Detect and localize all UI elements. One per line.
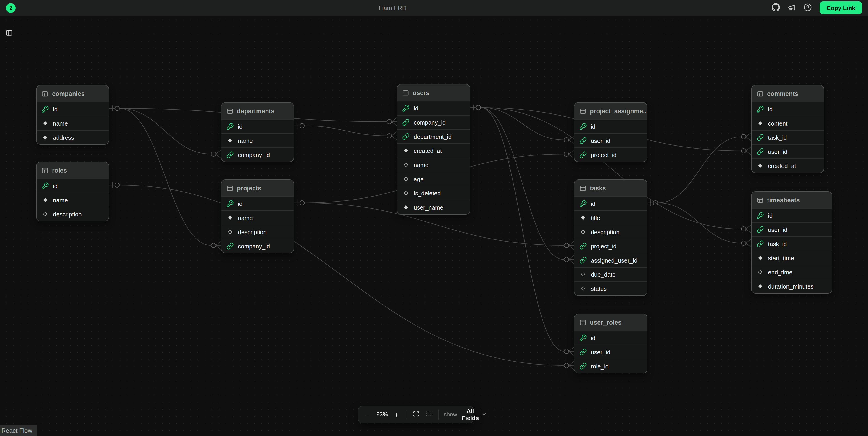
table-header[interactable]: tasks bbox=[575, 180, 647, 196]
column-name: id bbox=[238, 200, 243, 207]
table-header[interactable]: companies bbox=[36, 85, 109, 102]
column-name: company_id bbox=[238, 151, 270, 158]
column-row-end_time[interactable]: end_time bbox=[751, 265, 832, 279]
column-row-id[interactable]: id bbox=[575, 196, 647, 211]
sidebar-toggle-button[interactable] bbox=[4, 28, 14, 39]
column-row-id[interactable]: id bbox=[36, 102, 109, 116]
column-row-description[interactable]: description bbox=[221, 225, 293, 239]
column-row-user_id[interactable]: user_id bbox=[751, 222, 832, 237]
page-title: Liam ERD bbox=[20, 4, 765, 11]
column-row-start_time[interactable]: start_time bbox=[751, 251, 832, 265]
github-button[interactable] bbox=[770, 2, 782, 14]
column-row-id[interactable]: id bbox=[397, 101, 470, 115]
react-flow-attribution[interactable]: React Flow bbox=[0, 426, 37, 436]
toolbar-divider bbox=[406, 409, 406, 419]
table-node-departments[interactable]: departmentsidnamecompany_id bbox=[221, 102, 294, 162]
column-name: age bbox=[414, 176, 424, 182]
zoom-out-button[interactable]: − bbox=[363, 409, 373, 420]
diamond-outline-icon bbox=[41, 211, 49, 218]
show-fields-dropdown[interactable]: All Fields bbox=[461, 408, 488, 422]
column-name: user_id bbox=[591, 349, 610, 355]
column-row-assigned_user_id[interactable]: assigned_user_id bbox=[575, 253, 647, 267]
table-icon bbox=[226, 107, 233, 114]
table-node-timesheets[interactable]: timesheetsiduser_idtask_idstart_timeend_… bbox=[751, 191, 832, 293]
table-header[interactable]: project_assignme... bbox=[575, 103, 647, 119]
column-row-project_id[interactable]: project_id bbox=[575, 239, 647, 253]
column-name: due_date bbox=[591, 271, 616, 278]
column-row-age[interactable]: age bbox=[397, 172, 470, 186]
table-header[interactable]: user_roles bbox=[575, 314, 647, 331]
table-header[interactable]: projects bbox=[221, 180, 293, 196]
fit-view-button[interactable] bbox=[410, 409, 422, 420]
table-icon bbox=[41, 167, 49, 174]
column-row-department_id[interactable]: department_id bbox=[397, 129, 470, 143]
column-row-name[interactable]: name bbox=[221, 211, 293, 225]
column-row-user_id[interactable]: user_id bbox=[575, 133, 647, 148]
column-row-name[interactable]: name bbox=[36, 193, 109, 207]
column-row-content[interactable]: content bbox=[751, 116, 824, 130]
table-node-users[interactable]: usersidcompany_iddepartment_idcreated_at… bbox=[397, 84, 470, 215]
table-node-projects[interactable]: projectsidnamedescriptioncompany_id bbox=[221, 180, 294, 253]
table-header[interactable]: departments bbox=[221, 103, 293, 119]
column-row-name[interactable]: name bbox=[397, 157, 470, 172]
column-row-address[interactable]: address bbox=[36, 130, 109, 144]
column-name: status bbox=[591, 285, 607, 292]
key-icon bbox=[580, 200, 587, 207]
table-node-comments[interactable]: commentsidcontenttask_iduser_idcreated_a… bbox=[751, 85, 824, 173]
column-row-id[interactable]: id bbox=[751, 102, 824, 116]
column-row-company_id[interactable]: company_id bbox=[221, 239, 293, 253]
column-row-user_name[interactable]: user_name bbox=[397, 200, 470, 214]
column-row-due_date[interactable]: due_date bbox=[575, 267, 647, 281]
key-icon bbox=[756, 105, 764, 113]
column-row-id[interactable]: id bbox=[221, 119, 293, 133]
announcements-button[interactable] bbox=[786, 2, 798, 14]
table-node-tasks[interactable]: tasksidtitledescriptionproject_idassigne… bbox=[574, 180, 647, 296]
table-header[interactable]: timesheets bbox=[751, 192, 832, 208]
column-row-project_id[interactable]: project_id bbox=[575, 148, 647, 162]
key-icon bbox=[41, 105, 49, 113]
column-name: project_id bbox=[591, 243, 617, 249]
table-header[interactable]: roles bbox=[36, 162, 109, 179]
table-header[interactable]: users bbox=[397, 85, 470, 101]
column-name: id bbox=[768, 106, 773, 113]
column-row-duration_minutes[interactable]: duration_minutes bbox=[751, 279, 832, 293]
column-row-created_at[interactable]: created_at bbox=[397, 143, 470, 157]
column-row-name[interactable]: name bbox=[221, 133, 293, 148]
diamond-outline-icon bbox=[580, 271, 587, 278]
column-row-id[interactable]: id bbox=[221, 196, 293, 211]
column-row-company_id[interactable]: company_id bbox=[221, 148, 293, 162]
link-icon bbox=[756, 148, 764, 155]
column-name: address bbox=[53, 134, 74, 141]
table-node-companies[interactable]: companiesidnameaddress bbox=[36, 85, 109, 145]
column-row-task_id[interactable]: task_id bbox=[751, 130, 824, 144]
column-name: company_id bbox=[414, 119, 446, 126]
column-row-user_id[interactable]: user_id bbox=[575, 345, 647, 359]
column-row-id[interactable]: id bbox=[751, 208, 832, 222]
column-row-description[interactable]: description bbox=[36, 207, 109, 221]
column-row-is_deleted[interactable]: is_deleted bbox=[397, 186, 470, 200]
column-row-id[interactable]: id bbox=[575, 331, 647, 345]
tidy-up-button[interactable] bbox=[423, 409, 434, 420]
column-name: role_id bbox=[591, 363, 609, 370]
copy-link-button[interactable]: Copy Link bbox=[819, 1, 862, 14]
column-row-title[interactable]: title bbox=[575, 211, 647, 225]
table-node-roles[interactable]: rolesidnamedescription bbox=[36, 162, 109, 221]
column-row-role_id[interactable]: role_id bbox=[575, 359, 647, 373]
table-node-project_assignments[interactable]: project_assignme...iduser_idproject_id bbox=[574, 102, 647, 162]
column-row-company_id[interactable]: company_id bbox=[397, 115, 470, 129]
table-node-user_roles[interactable]: user_rolesiduser_idrole_id bbox=[574, 314, 647, 373]
column-name: user_id bbox=[768, 226, 787, 233]
column-row-task_id[interactable]: task_id bbox=[751, 237, 832, 251]
column-row-id[interactable]: id bbox=[36, 179, 109, 193]
column-row-id[interactable]: id bbox=[575, 119, 647, 133]
column-row-created_at[interactable]: created_at bbox=[751, 158, 824, 173]
help-button[interactable] bbox=[802, 2, 814, 14]
column-row-user_id[interactable]: user_id bbox=[751, 144, 824, 158]
zoom-in-button[interactable]: + bbox=[391, 409, 402, 420]
link-icon bbox=[580, 151, 587, 158]
column-row-name[interactable]: name bbox=[36, 116, 109, 130]
table-header[interactable]: comments bbox=[751, 85, 824, 102]
erd-canvas[interactable]: companiesidnameaddressrolesidnamedescrip… bbox=[0, 0, 868, 436]
column-row-description[interactable]: description bbox=[575, 225, 647, 239]
column-row-status[interactable]: status bbox=[575, 281, 647, 295]
